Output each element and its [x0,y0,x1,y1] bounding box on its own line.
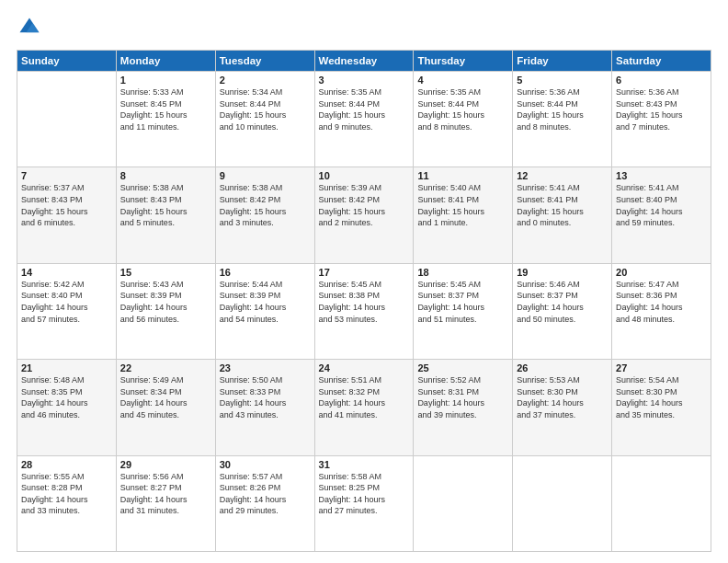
day-info: Sunrise: 5:34 AM Sunset: 8:44 PM Dayligh… [220,86,311,132]
calendar-week-row: 21Sunrise: 5:48 AM Sunset: 8:35 PM Dayli… [17,360,711,455]
day-info: Sunrise: 5:50 AM Sunset: 8:33 PM Dayligh… [220,374,311,420]
calendar-cell: 26Sunrise: 5:53 AM Sunset: 8:30 PM Dayli… [513,360,612,455]
weekday-header-row: SundayMondayTuesdayWednesdayThursdayFrid… [17,51,711,72]
day-number: 30 [220,459,311,470]
calendar-cell [414,455,513,551]
day-number: 28 [21,459,112,470]
day-number: 22 [120,362,211,373]
calendar-cell: 22Sunrise: 5:49 AM Sunset: 8:34 PM Dayli… [116,360,215,455]
day-number: 2 [220,75,311,86]
calendar-week-row: 28Sunrise: 5:55 AM Sunset: 8:28 PM Dayli… [17,455,711,551]
day-number: 1 [120,75,211,86]
day-number: 24 [319,362,410,373]
day-number: 25 [417,362,508,373]
day-info: Sunrise: 5:51 AM Sunset: 8:32 PM Dayligh… [319,374,410,420]
day-number: 10 [319,170,410,181]
day-number: 19 [517,267,608,278]
day-info: Sunrise: 5:53 AM Sunset: 8:30 PM Dayligh… [517,374,608,420]
calendar-cell: 25Sunrise: 5:52 AM Sunset: 8:31 PM Dayli… [414,360,513,455]
day-number: 8 [120,170,211,181]
weekday-header: Monday [116,51,215,72]
weekday-header: Wednesday [314,51,414,72]
day-info: Sunrise: 5:44 AM Sunset: 8:39 PM Dayligh… [220,279,311,325]
day-info: Sunrise: 5:45 AM Sunset: 8:38 PM Dayligh… [319,279,410,325]
day-number: 5 [517,75,608,86]
day-number: 7 [21,170,112,181]
day-info: Sunrise: 5:41 AM Sunset: 8:40 PM Dayligh… [616,182,707,228]
weekday-header: Thursday [414,51,513,72]
day-number: 18 [417,267,508,278]
calendar-cell [17,72,117,167]
day-info: Sunrise: 5:33 AM Sunset: 8:45 PM Dayligh… [120,86,211,132]
day-info: Sunrise: 5:36 AM Sunset: 8:44 PM Dayligh… [517,86,608,132]
day-number: 14 [21,267,112,278]
day-info: Sunrise: 5:55 AM Sunset: 8:28 PM Dayligh… [21,471,112,517]
calendar-cell: 4Sunrise: 5:35 AM Sunset: 8:44 PM Daylig… [414,72,513,167]
calendar-cell: 13Sunrise: 5:41 AM Sunset: 8:40 PM Dayli… [612,167,711,263]
day-number: 9 [220,170,311,181]
day-info: Sunrise: 5:36 AM Sunset: 8:43 PM Dayligh… [616,86,707,132]
weekday-header: Saturday [612,51,711,72]
day-number: 20 [616,267,707,278]
day-info: Sunrise: 5:49 AM Sunset: 8:34 PM Dayligh… [120,374,211,420]
calendar-cell: 3Sunrise: 5:35 AM Sunset: 8:44 PM Daylig… [314,72,414,167]
day-info: Sunrise: 5:52 AM Sunset: 8:31 PM Dayligh… [417,374,508,420]
calendar-cell: 15Sunrise: 5:43 AM Sunset: 8:39 PM Dayli… [116,263,215,359]
calendar-cell: 20Sunrise: 5:47 AM Sunset: 8:36 PM Dayli… [612,263,711,359]
day-number: 3 [319,75,410,86]
calendar-cell: 27Sunrise: 5:54 AM Sunset: 8:30 PM Dayli… [612,360,711,455]
calendar-cell: 5Sunrise: 5:36 AM Sunset: 8:44 PM Daylig… [513,72,612,167]
calendar-cell: 11Sunrise: 5:40 AM Sunset: 8:41 PM Dayli… [414,167,513,263]
day-info: Sunrise: 5:46 AM Sunset: 8:37 PM Dayligh… [517,279,608,325]
day-number: 27 [616,362,707,373]
calendar-cell: 24Sunrise: 5:51 AM Sunset: 8:32 PM Dayli… [314,360,414,455]
calendar-week-row: 7Sunrise: 5:37 AM Sunset: 8:43 PM Daylig… [17,167,711,263]
day-info: Sunrise: 5:47 AM Sunset: 8:36 PM Dayligh… [616,279,707,325]
calendar-cell: 8Sunrise: 5:38 AM Sunset: 8:43 PM Daylig… [116,167,215,263]
day-info: Sunrise: 5:35 AM Sunset: 8:44 PM Dayligh… [417,86,508,132]
calendar-cell: 23Sunrise: 5:50 AM Sunset: 8:33 PM Dayli… [215,360,314,455]
calendar-cell: 14Sunrise: 5:42 AM Sunset: 8:40 PM Dayli… [17,263,117,359]
calendar-cell: 31Sunrise: 5:58 AM Sunset: 8:25 PM Dayli… [314,455,414,551]
calendar-cell: 10Sunrise: 5:39 AM Sunset: 8:42 PM Dayli… [314,167,414,263]
header [17,15,711,40]
calendar-cell: 2Sunrise: 5:34 AM Sunset: 8:44 PM Daylig… [215,72,314,167]
weekday-header: Friday [513,51,612,72]
calendar-cell: 12Sunrise: 5:41 AM Sunset: 8:41 PM Dayli… [513,167,612,263]
calendar-cell: 28Sunrise: 5:55 AM Sunset: 8:28 PM Dayli… [17,455,117,551]
weekday-header: Tuesday [215,51,314,72]
logo [17,15,46,40]
day-info: Sunrise: 5:57 AM Sunset: 8:26 PM Dayligh… [220,471,311,517]
calendar-cell: 16Sunrise: 5:44 AM Sunset: 8:39 PM Dayli… [215,263,314,359]
weekday-header: Sunday [17,51,117,72]
day-number: 12 [517,170,608,181]
day-info: Sunrise: 5:35 AM Sunset: 8:44 PM Dayligh… [319,86,410,132]
day-info: Sunrise: 5:48 AM Sunset: 8:35 PM Dayligh… [21,374,112,420]
calendar-cell: 9Sunrise: 5:38 AM Sunset: 8:42 PM Daylig… [215,167,314,263]
day-number: 23 [220,362,311,373]
calendar-cell: 21Sunrise: 5:48 AM Sunset: 8:35 PM Dayli… [17,360,117,455]
calendar-cell [513,455,612,551]
day-info: Sunrise: 5:42 AM Sunset: 8:40 PM Dayligh… [21,279,112,325]
logo-icon [17,15,42,40]
calendar-cell: 30Sunrise: 5:57 AM Sunset: 8:26 PM Dayli… [215,455,314,551]
day-number: 15 [120,267,211,278]
day-number: 6 [616,75,707,86]
calendar-cell: 29Sunrise: 5:56 AM Sunset: 8:27 PM Dayli… [116,455,215,551]
day-number: 11 [417,170,508,181]
day-info: Sunrise: 5:45 AM Sunset: 8:37 PM Dayligh… [417,279,508,325]
day-info: Sunrise: 5:54 AM Sunset: 8:30 PM Dayligh… [616,374,707,420]
day-number: 26 [517,362,608,373]
calendar-week-row: 1Sunrise: 5:33 AM Sunset: 8:45 PM Daylig… [17,72,711,167]
calendar-cell: 18Sunrise: 5:45 AM Sunset: 8:37 PM Dayli… [414,263,513,359]
page: SundayMondayTuesdayWednesdayThursdayFrid… [0,0,728,563]
day-info: Sunrise: 5:41 AM Sunset: 8:41 PM Dayligh… [517,182,608,228]
day-info: Sunrise: 5:38 AM Sunset: 8:42 PM Dayligh… [220,182,311,228]
day-number: 29 [120,459,211,470]
day-info: Sunrise: 5:56 AM Sunset: 8:27 PM Dayligh… [120,471,211,517]
day-info: Sunrise: 5:38 AM Sunset: 8:43 PM Dayligh… [120,182,211,228]
calendar-cell: 1Sunrise: 5:33 AM Sunset: 8:45 PM Daylig… [116,72,215,167]
calendar-cell: 19Sunrise: 5:46 AM Sunset: 8:37 PM Dayli… [513,263,612,359]
calendar: SundayMondayTuesdayWednesdayThursdayFrid… [17,50,711,552]
day-info: Sunrise: 5:37 AM Sunset: 8:43 PM Dayligh… [21,182,112,228]
